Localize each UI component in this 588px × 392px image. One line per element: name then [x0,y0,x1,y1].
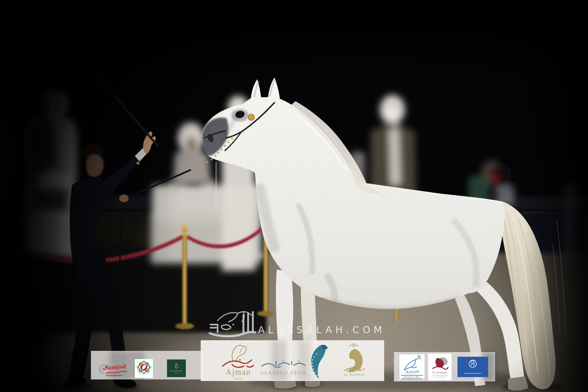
samjad-label: Samjad [104,363,126,371]
alsayed-stud-logo: ALSAYED STUD [260,344,330,379]
sponsor-strip-left: Samjad AKMAL [91,351,203,379]
ajman-label: Ajman [219,368,258,377]
alshaqab-horses-icon [431,355,448,371]
alshaqab-caption-line [434,377,446,377]
alsayed-label: ALSAYED STUD [260,370,306,376]
alsayed-arabic-calligraphy [260,360,307,369]
aryam-label: Aryam [399,368,425,375]
samjad-caption-line [106,375,122,376]
aryam-sublabel: ARABIANS [401,375,423,379]
blue-monogram-logo [457,357,488,377]
monogram-caption-line [464,373,481,374]
sponsor-strip-middle: Ajman Stud ALSAYED STUD AL RAJ [201,340,384,381]
aryam-arabians-logo: Aryam ARABIANS [399,354,425,379]
photo-arabian-horse-show: ALASSALAH.COM Samjad AKMAL [0,0,588,392]
samjad-logo: Samjad [98,363,129,377]
samjad-arabic-flourish [105,370,128,375]
alshaqab-label: Al Shaqab [428,371,452,374]
akmal-vessel-icon [175,363,178,368]
ajman-sublabel: Stud [219,377,258,380]
akmal-logo: AKMAL [167,359,186,377]
alshaqab-caption-line [432,376,448,376]
ajman-stud-logo: Ajman Stud [219,343,258,380]
akmal-caption-line [174,373,179,374]
monogram-icon [468,359,477,369]
akmal-label: AKMAL [169,369,183,372]
breeders-emblem-logo [135,359,153,378]
alshaqab-logo: Al Shaqab [428,354,452,380]
watermark-url: ALASSALAH.COM [258,324,385,336]
alassalah-arabic-calligraphy-logo [206,307,258,341]
alrajhiat-label: AL RAJHIAT [339,373,369,377]
alrajhiat-arabic-calligraphy [343,366,366,372]
star-emblem-icon [135,359,153,378]
alrajhiat-logo: AL RAJHIAT [339,343,369,379]
sponsor-strip-right: Aryam ARABIANS Al Shaqab [394,352,495,381]
alsayed-horse-icon [306,344,330,379]
